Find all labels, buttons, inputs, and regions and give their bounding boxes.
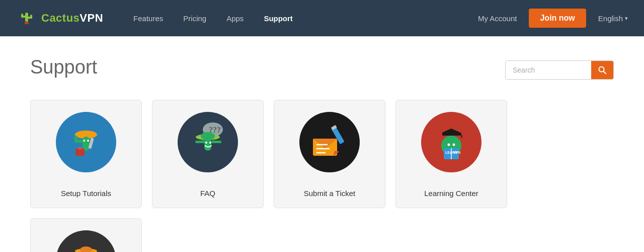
svg-rect-5 [30, 15, 32, 19]
svg-point-46 [448, 144, 450, 146]
faq-illustration: ??? [175, 109, 240, 175]
language-label: English [598, 14, 623, 23]
svg-point-47 [453, 144, 455, 146]
join-now-button[interactable]: Join now [529, 9, 586, 28]
svg-rect-6 [25, 22, 29, 24]
card-submit-ticket[interactable]: Submit a Ticket [274, 100, 385, 208]
svg-point-28 [205, 142, 207, 144]
search-box [505, 60, 614, 80]
svg-rect-18 [78, 147, 82, 150]
language-selector[interactable]: English ▾ [598, 14, 628, 23]
nav-features[interactable]: Features [123, 0, 173, 36]
svg-text:VPN: VPN [453, 151, 460, 154]
learning-center-illustration: LEARN VPN [419, 109, 484, 175]
logo-cactus-text: Cactus [41, 12, 79, 24]
logo-vpn-text: VPN [79, 12, 103, 24]
search-input[interactable] [506, 61, 591, 79]
main-content: Support [10, 36, 634, 252]
svg-rect-42 [442, 133, 460, 136]
logo[interactable]: CactusVPN [16, 8, 103, 29]
svg-rect-31 [211, 141, 221, 143]
submit-ticket-illustration [297, 109, 362, 175]
card-learning-center[interactable]: LEARN VPN Learning Center [395, 100, 507, 208]
svg-rect-17 [75, 149, 85, 156]
nav-links: Features Pricing Apps Support [123, 0, 478, 36]
support-header: Support [30, 56, 614, 80]
card-setup-tutorials-label: Setup Tutorials [31, 189, 141, 198]
svg-point-29 [209, 142, 211, 144]
svg-rect-12 [83, 137, 90, 151]
nav-apps[interactable]: Apps [216, 0, 254, 36]
page-title: Support [30, 56, 97, 78]
nav-support[interactable]: Support [254, 0, 303, 36]
svg-line-8 [604, 72, 606, 74]
setup-tutorials-illustration [53, 109, 119, 175]
svg-rect-27 [204, 139, 211, 151]
card-learning-center-label: Learning Center [396, 189, 507, 198]
my-account-link[interactable]: My Account [478, 14, 517, 23]
card-faq-label: FAQ [152, 189, 263, 198]
card-submit-ticket-label: Submit a Ticket [274, 189, 385, 198]
chevron-down-icon: ▾ [625, 15, 628, 22]
card-faq[interactable]: ??? [152, 100, 264, 208]
how-to-start-illustration [53, 228, 119, 252]
svg-rect-3 [21, 14, 23, 18]
nav-right: My Account Join now English ▾ [478, 9, 628, 28]
main-nav: CactusVPN Features Pricing Apps Support … [0, 0, 644, 36]
nav-pricing[interactable]: Pricing [173, 0, 216, 36]
cards-grid: Setup Tutorials ??? [30, 100, 614, 252]
card-how-to-start[interactable]: How to Start [30, 218, 142, 252]
svg-rect-30 [195, 141, 205, 143]
svg-rect-16 [74, 136, 77, 143]
search-button[interactable] [591, 61, 613, 79]
card-setup-tutorials[interactable]: Setup Tutorials [30, 100, 142, 208]
search-icon [598, 66, 606, 74]
svg-point-14 [87, 140, 89, 142]
